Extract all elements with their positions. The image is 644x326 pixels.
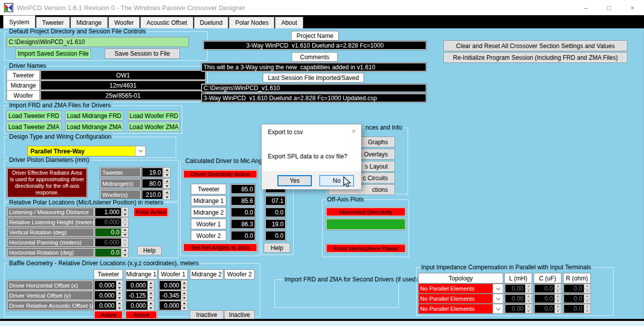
tab-woofer[interactable]: Woofer bbox=[108, 17, 140, 28]
baffle-col-midrange1: Midrange 1 bbox=[126, 270, 157, 279]
polar-vertical-rotation-spinner[interactable] bbox=[122, 228, 128, 237]
dialog-close-icon[interactable]: × bbox=[351, 127, 356, 135]
baffle-x-midrange1[interactable]: 0.000 bbox=[126, 280, 148, 290]
front-hemisphere-power-button[interactable]: Front Hemisphere Power bbox=[326, 244, 406, 253]
tab-polar-nodes[interactable]: Polar Nodes bbox=[229, 17, 274, 28]
impedance-r-field-1[interactable]: 0.0 bbox=[564, 284, 584, 293]
piston-midrange-spinner[interactable] bbox=[164, 179, 170, 188]
off-axis-green-button[interactable] bbox=[326, 219, 406, 230]
dialog-yes-button[interactable]: Yes bbox=[277, 175, 312, 186]
baffle-y-midrange1[interactable]: -0.125 bbox=[126, 291, 148, 300]
tab-midrange[interactable]: Midrange bbox=[70, 17, 108, 28]
project-directory-input[interactable]: C:\Designs\WinPCD_v1.610 bbox=[7, 37, 188, 47]
polar-active-button[interactable]: Polar Active bbox=[134, 208, 168, 217]
load-tweeter-frd-button[interactable]: Load Tweeter FRD bbox=[7, 111, 61, 120]
polar-vertical-rotation-field[interactable]: 0.0 bbox=[95, 228, 122, 237]
load-woofer-zma-button[interactable]: Load Woofer ZMA bbox=[129, 123, 179, 131]
impedance-c-field-2[interactable]: 0.0 bbox=[534, 294, 555, 303]
load-tweeter-zma-button[interactable]: Load Tweeter ZMA bbox=[7, 123, 61, 131]
close-button[interactable]: × bbox=[621, 0, 644, 15]
driver-name-midrange-field[interactable]: 12m/4631 bbox=[41, 80, 206, 90]
polar-panning-spinner bbox=[122, 238, 128, 247]
mic-midrange1-angle: 85.6 bbox=[231, 196, 255, 206]
baffle-x-tweeter-spinner[interactable] bbox=[116, 280, 123, 290]
impedance-topology-select-3[interactable]: No Parallel Elements bbox=[419, 304, 503, 313]
baffle-y-tweeter[interactable]: 0.000 bbox=[94, 291, 116, 300]
impedance-l-field-1[interactable]: 0.00 bbox=[505, 284, 526, 293]
polar-height-field[interactable]: 0.000 bbox=[95, 218, 122, 227]
baffle-y-midrange1-spinner[interactable] bbox=[148, 291, 154, 300]
mic-label-woofer1: Woofer 1 bbox=[191, 219, 226, 229]
piston-tweeter-spinner[interactable] bbox=[164, 168, 170, 177]
design-type-select[interactable]: Parallel Three-Way bbox=[28, 146, 145, 156]
impedance-col-topology: Topology bbox=[419, 273, 503, 283]
baffle-tweeter-active-button[interactable]: Active bbox=[94, 311, 123, 319]
tab-duelund[interactable]: Duelund bbox=[194, 17, 229, 28]
last-session-file-field[interactable]: 3-Way WinPCD v1.610 Duelund a=2.828 Fc=1… bbox=[202, 94, 426, 102]
mic-midrange1-angle2: 07.1 bbox=[265, 196, 286, 206]
polar-panning-field[interactable]: 0.000 bbox=[95, 238, 122, 247]
minimize-button[interactable]: – bbox=[574, 0, 597, 15]
baffle-x-woofer1-spinner[interactable] bbox=[181, 280, 187, 290]
status-bar bbox=[0, 321, 644, 326]
baffle-z-midrange1[interactable]: 0.000 bbox=[126, 301, 148, 310]
baffle-midrange1-active-button[interactable]: Active bbox=[126, 311, 157, 319]
load-woofer-frd-button[interactable]: Load Woofer FRD bbox=[129, 111, 179, 120]
tab-system[interactable]: System bbox=[3, 15, 35, 28]
mic-help-button[interactable]: Help bbox=[264, 243, 290, 252]
polar-horizontal-rotation-spinner[interactable] bbox=[122, 248, 128, 257]
polar-help-button[interactable]: Help bbox=[138, 247, 161, 255]
load-midrange-frd-button[interactable]: Load Midrange FRD bbox=[66, 111, 123, 120]
driver-directivity-button[interactable]: Driver Directivity Active bbox=[183, 170, 257, 178]
impedance-r-field-3[interactable]: 0.0 bbox=[564, 304, 584, 313]
piston-woofer-field[interactable]: 210.0 bbox=[142, 190, 163, 199]
piston-woofer-spinner[interactable] bbox=[164, 190, 170, 199]
tab-about[interactable]: About bbox=[275, 17, 303, 28]
baffle-z-woofer1-spinner[interactable] bbox=[181, 301, 187, 310]
impedance-l-field-3[interactable]: 0.00 bbox=[505, 304, 526, 313]
polar-distance-spinner[interactable] bbox=[122, 208, 128, 217]
tab-tweeter[interactable]: Tweeter bbox=[36, 17, 70, 28]
import-session-button[interactable]: Import Saved Session File bbox=[16, 49, 90, 58]
chevron-down-icon[interactable] bbox=[135, 146, 145, 156]
clear-reset-button[interactable]: Clear and Reset All Crossover Section Se… bbox=[444, 41, 627, 51]
load-midrange-zma-button[interactable]: Load Midrange ZMA bbox=[66, 123, 123, 131]
impedance-r-field-2[interactable]: 0.0 bbox=[564, 294, 584, 303]
baffle-x-midrange1-spinner[interactable] bbox=[148, 280, 154, 290]
set-ref-angles-button[interactable]: Set Ref Angles to Zero bbox=[183, 243, 257, 252]
chevron-down-icon[interactable] bbox=[493, 304, 503, 313]
comments-field[interactable]: This will be a 3-Way using the new capab… bbox=[202, 63, 426, 71]
project-name-field[interactable]: 3-Way WinPCD v1.610 Duelund a=2.828 Fc=1… bbox=[204, 41, 426, 50]
driver-name-tweeter-field[interactable]: OW1 bbox=[41, 70, 206, 80]
baffle-z-tweeter[interactable]: 0.000 bbox=[94, 301, 116, 310]
impedance-c-field-3[interactable]: 0.0 bbox=[534, 304, 555, 313]
baffle-z-tweeter-spinner[interactable] bbox=[116, 301, 123, 310]
chevron-down-icon[interactable] bbox=[493, 284, 503, 293]
baffle-midrange2-inactive-button[interactable]: Inactive bbox=[190, 311, 223, 319]
polar-distance-field[interactable]: 1.000 bbox=[95, 208, 122, 217]
tab-acoustic-offset[interactable]: Acoustic Offset bbox=[140, 17, 193, 28]
baffle-woofer2-inactive-button[interactable]: Inactive bbox=[225, 311, 254, 319]
baffle-x-tweeter[interactable]: 0.000 bbox=[94, 280, 116, 290]
piston-midrange-field[interactable]: 80.0 bbox=[142, 179, 163, 188]
driver-name-woofer-field[interactable]: 25w/8565-01 bbox=[41, 91, 206, 100]
impedance-topology-select-1[interactable]: No Parallel Elements bbox=[419, 284, 503, 293]
piston-tweeter-field[interactable]: 19.0 bbox=[142, 168, 163, 177]
impedance-c-field-1[interactable]: 0.0 bbox=[534, 284, 555, 293]
last-session-dir-field[interactable]: C:\Designs\WinPCD_v1.610 bbox=[202, 84, 426, 92]
maximize-button[interactable]: □ bbox=[597, 0, 621, 15]
baffle-y-woofer1-spinner[interactable] bbox=[181, 291, 187, 300]
baffle-z-midrange1-spinner[interactable] bbox=[148, 301, 154, 310]
baffle-z-woofer1[interactable]: 0.000 bbox=[159, 301, 181, 310]
chevron-down-icon[interactable] bbox=[493, 294, 503, 303]
reinitialize-button[interactable]: Re-Initialize Program Session (Including… bbox=[444, 53, 627, 62]
impedance-topology-select-2[interactable]: No Parallel Elements bbox=[419, 294, 503, 303]
impedance-l-field-2[interactable]: 0.00 bbox=[505, 294, 526, 303]
impedance-c-spinner-3 bbox=[555, 304, 561, 313]
polar-horizontal-rotation-field[interactable]: 0.0 bbox=[95, 248, 122, 257]
baffle-y-tweeter-spinner[interactable] bbox=[116, 291, 123, 300]
baffle-x-woofer1[interactable]: 0.000 bbox=[159, 280, 181, 290]
baffle-y-woofer1[interactable]: -0.345 bbox=[159, 291, 181, 300]
horizontal-directivity-button[interactable]: Horizontal Directivity bbox=[326, 208, 406, 216]
save-session-button[interactable]: Save Session to File bbox=[105, 49, 179, 58]
